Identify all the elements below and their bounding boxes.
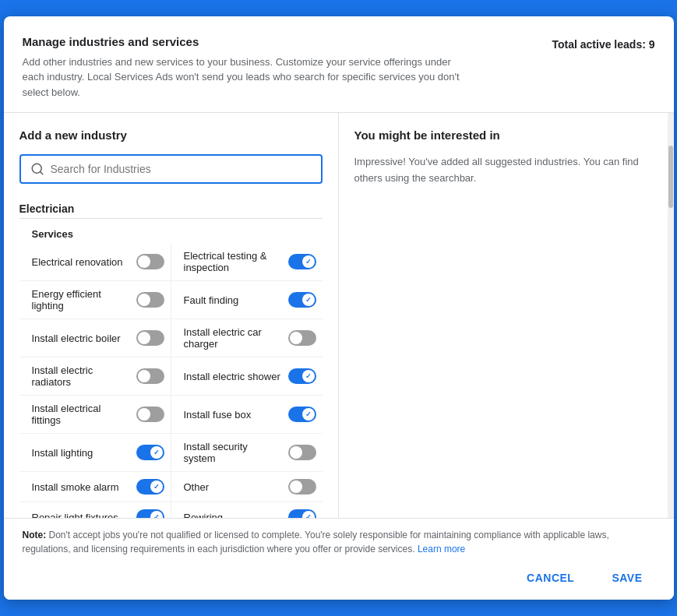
service-item: Install electric radiators: [19, 357, 171, 395]
service-item: Other: [171, 472, 323, 502]
footer-note-text: Don't accept jobs you're not qualified o…: [23, 530, 609, 554]
modal-title: Manage industries and services: [23, 35, 474, 48]
service-name: Install electric boiler: [32, 333, 130, 344]
service-pair: Install lightingInstall security system: [19, 434, 323, 472]
toggle-track: [136, 479, 164, 495]
service-item: Fault finding: [171, 281, 323, 319]
learn-more-link[interactable]: Learn more: [418, 544, 465, 554]
services-list: Electrical renovationElectrical testing …: [19, 243, 323, 518]
scrollbar-thumb[interactable]: [668, 146, 673, 208]
search-container: [19, 154, 323, 184]
industry-header: Electrician: [19, 196, 323, 219]
service-pair: Electrical renovationElectrical testing …: [19, 243, 323, 281]
service-name: Electrical renovation: [32, 256, 130, 268]
service-toggle[interactable]: [288, 292, 316, 308]
service-toggle[interactable]: [136, 407, 164, 422]
service-pair: Install electric boilerInstall electric …: [19, 319, 323, 357]
toggle-thumb: [138, 294, 150, 306]
service-name: Fault finding: [184, 294, 282, 306]
footer-note-bold: Note:: [23, 530, 47, 540]
service-name: Install electric car charger: [184, 326, 282, 350]
toggle-thumb: [150, 511, 163, 518]
service-item: Install lighting: [19, 434, 171, 471]
service-toggle[interactable]: [288, 407, 316, 422]
service-toggle[interactable]: [288, 445, 316, 460]
toggle-track: [136, 445, 164, 460]
service-name: Install fuse box: [184, 409, 282, 421]
service-name: Install lighting: [32, 447, 130, 459]
modal: Manage industries and services Add other…: [4, 16, 674, 600]
header-left: Manage industries and services Add other…: [23, 35, 474, 100]
service-toggle[interactable]: [136, 292, 164, 308]
service-toggle[interactable]: [136, 479, 164, 495]
service-name: Install smoke alarm: [32, 481, 130, 493]
service-toggle[interactable]: [136, 445, 164, 460]
service-item: Install electric car charger: [171, 319, 323, 357]
services-label: Services: [19, 222, 323, 243]
toggle-thumb: [302, 255, 315, 268]
service-name: Electrical testing & inspection: [184, 250, 282, 273]
toggle-track: [288, 330, 316, 346]
service-toggle[interactable]: [288, 330, 316, 346]
service-toggle[interactable]: [136, 509, 164, 518]
service-toggle[interactable]: [136, 368, 164, 384]
cancel-button[interactable]: CANCEL: [514, 565, 587, 590]
left-panel: Add a new industry Electrician Services: [4, 113, 339, 518]
service-pair: Install smoke alarmOther: [19, 472, 323, 502]
toggle-thumb: [290, 446, 302, 459]
service-item: Install electrical fittings: [19, 396, 171, 433]
toggle-thumb: [150, 480, 163, 493]
service-item: Repair light fixtures: [19, 502, 171, 518]
main-scroll-area: Add a new industry Electrician Services: [4, 113, 668, 518]
service-name: Other: [184, 481, 282, 493]
service-item: Install security system: [171, 434, 323, 471]
search-input[interactable]: [51, 163, 312, 175]
right-panel: You might be interested in Impressive! Y…: [339, 113, 668, 518]
toggle-track: [136, 407, 164, 422]
footer-note: Note: Don't accept jobs you're not quali…: [23, 528, 655, 556]
toggle-track: [136, 254, 164, 269]
toggle-track: [288, 368, 316, 384]
right-panel-message: Impressive! You've added all suggested i…: [354, 154, 652, 187]
right-panel-title: You might be interested in: [354, 128, 652, 142]
toggle-thumb: [302, 511, 315, 518]
toggle-track: [288, 479, 316, 495]
scrollbar-track[interactable]: [668, 113, 674, 518]
toggle-thumb: [138, 332, 150, 344]
save-button[interactable]: SAVE: [599, 565, 654, 590]
toggle-track: [136, 330, 164, 346]
toggle-thumb: [138, 408, 150, 421]
toggle-thumb: [302, 294, 315, 306]
toggle-thumb: [302, 370, 315, 382]
service-item: Install smoke alarm: [19, 472, 171, 502]
service-name: Repair light fixtures: [32, 512, 130, 519]
service-toggle[interactable]: [288, 368, 316, 384]
toggle-thumb: [150, 446, 163, 459]
service-item: Electrical testing & inspection: [171, 243, 323, 280]
toggle-thumb: [302, 408, 315, 421]
service-toggle[interactable]: [136, 254, 164, 269]
modal-description: Add other industries and new services to…: [23, 55, 474, 100]
service-name: Install security system: [184, 441, 282, 464]
service-toggle[interactable]: [288, 254, 316, 269]
toggle-thumb: [290, 332, 302, 344]
toggle-track: [136, 368, 164, 384]
service-name: Install electrical fittings: [32, 403, 130, 426]
service-toggle[interactable]: [288, 509, 316, 518]
toggle-track: [288, 445, 316, 460]
service-toggle[interactable]: [136, 330, 164, 346]
footer-actions: CANCEL SAVE: [23, 565, 655, 590]
toggle-track: [136, 292, 164, 308]
modal-body: Add a new industry Electrician Services: [4, 113, 674, 518]
service-toggle[interactable]: [288, 479, 316, 495]
service-item: Rewiring: [171, 502, 323, 518]
service-pair: Install electric radiatorsInstall electr…: [19, 357, 323, 396]
service-pair: Install electrical fittingsInstall fuse …: [19, 396, 323, 434]
svg-line-1: [40, 172, 42, 174]
service-name: Install electric radiators: [32, 364, 130, 388]
service-item: Install electric boiler: [19, 319, 171, 357]
service-name: Rewiring: [184, 512, 282, 519]
toggle-track: [288, 407, 316, 422]
search-icon: [30, 162, 44, 176]
toggle-thumb: [290, 480, 302, 493]
